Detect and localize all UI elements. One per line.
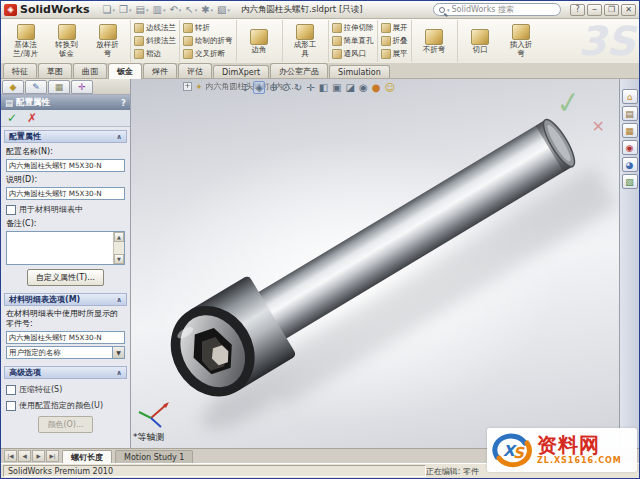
tab-nav-button[interactable]: ▶: [32, 450, 45, 462]
cancel-button[interactable]: ✗: [27, 111, 37, 125]
quick-access-button[interactable]: ↶ ▾: [169, 4, 181, 15]
command-tab[interactable]: Simulation: [329, 65, 390, 78]
collapse-chevron-icon[interactable]: ∧: [116, 296, 122, 304]
close-button[interactable]: ✕: [621, 4, 636, 16]
view-tool-button[interactable]: ⊕: [269, 82, 277, 93]
config-color-checkbox[interactable]: [6, 401, 16, 411]
ribbon-large-button[interactable]: 转换到 钣金: [47, 23, 86, 58]
custom-properties-button[interactable]: 自定义属性(T)...: [27, 269, 104, 286]
quick-access-button[interactable]: ▥ ▾: [152, 4, 165, 15]
command-tab[interactable]: 焊件: [143, 63, 177, 78]
part-number-source-dropdown[interactable]: 用户指定的名称 ▼: [6, 346, 125, 359]
ribbon-small-button[interactable]: 交叉折断: [183, 48, 233, 60]
view-tool-button[interactable]: ☺: [384, 82, 394, 93]
ok-button[interactable]: ✓: [7, 111, 17, 125]
ribbon-small-button[interactable]: 展平: [381, 48, 408, 60]
command-tab[interactable]: 曲面: [73, 63, 107, 78]
help-icon[interactable]: ?: [121, 98, 126, 108]
ribbon-large-button[interactable]: 基体法 兰/薄片: [6, 23, 45, 58]
command-tab[interactable]: 钣金: [108, 63, 142, 79]
view-tool-button[interactable]: ✛: [306, 82, 314, 93]
description-input[interactable]: 内六角圆柱头螺钉 M5X30-N: [6, 187, 125, 200]
config-name-input[interactable]: 内六角圆柱头螺钉 M5X30-N: [6, 159, 125, 172]
view-tool-button[interactable]: ◈: [253, 81, 265, 94]
view-tool-button[interactable]: ⊙: [281, 82, 289, 93]
manager-tab[interactable]: ✛: [71, 80, 93, 94]
quick-access-button[interactable]: ▤ ▾: [135, 4, 148, 15]
tab-nav-button[interactable]: ▶|: [46, 450, 59, 462]
ribbon-small-button[interactable]: 绘制的折弯: [183, 35, 233, 47]
quick-access-button[interactable]: ✱ ▾: [201, 4, 213, 15]
view-tool-button[interactable]: ◉: [359, 82, 368, 93]
command-tab[interactable]: 办公室产品: [270, 63, 328, 78]
ribbon-small-button[interactable]: 通风口: [332, 48, 374, 60]
ribbon-small-button[interactable]: 转折: [183, 22, 233, 34]
suppress-features-checkbox[interactable]: [6, 385, 16, 395]
command-tab[interactable]: 草图: [38, 63, 72, 78]
manager-tab[interactable]: ▦: [48, 80, 70, 94]
ribbon-small-button[interactable]: 折叠: [381, 35, 408, 47]
ribbon-large-button[interactable]: 成形工 具: [286, 23, 325, 58]
scroll-up-icon[interactable]: ▲: [114, 232, 124, 242]
bom-checkbox[interactable]: [6, 205, 16, 215]
ribbon-large-button[interactable]: 插入折 弯: [502, 23, 541, 58]
ribbon-large-button[interactable]: 不折弯: [415, 28, 454, 55]
view-tool-button[interactable]: ◪: [346, 82, 355, 93]
command-tab[interactable]: DimXpert: [213, 65, 269, 78]
minimize-button[interactable]: ‒: [587, 4, 602, 16]
help-button[interactable]: ?: [570, 4, 585, 16]
color-button[interactable]: 颜色(O)...: [38, 416, 92, 433]
manager-tab[interactable]: ◆: [2, 80, 24, 94]
comment-textarea[interactable]: ▲ ▼: [6, 231, 125, 265]
task-pane-tab[interactable]: ◉: [622, 140, 638, 155]
tree-expand-icon[interactable]: +: [183, 82, 192, 91]
ribbon-large-button[interactable]: 放样折 弯: [88, 23, 127, 58]
view-tool-button[interactable]: ↻: [294, 82, 302, 93]
quick-access-button[interactable]: ▧ ▾: [217, 4, 230, 15]
ribbon-small-button[interactable]: 褶边: [134, 48, 176, 60]
ribbon-small-button[interactable]: 简单直孔: [332, 35, 374, 47]
tab-nav-button[interactable]: ◀: [18, 450, 31, 462]
comment-scrollbar[interactable]: ▲ ▼: [113, 232, 124, 264]
configuration-properties-group: 配置属性 ∧ 配置名称(N): 内六角圆柱头螺钉 M5X30-N 说明(D): …: [4, 130, 127, 290]
manager-tab[interactable]: ✎: [25, 80, 47, 94]
task-pane-tab[interactable]: ▦: [622, 123, 638, 138]
solidworks-logo-icon: ◈: [4, 4, 17, 16]
command-tab[interactable]: 特征: [3, 63, 37, 78]
graphics-viewport[interactable]: + ✦ 内六角圆柱头螺钉 (内六... ↧ ◈ ⊕: [131, 79, 619, 448]
view-tool-button[interactable]: ▣: [332, 82, 341, 93]
command-tab[interactable]: 评估: [178, 63, 212, 78]
task-pane-tab[interactable]: ◕: [622, 157, 638, 172]
document-tab[interactable]: 螺钉长度: [62, 450, 112, 463]
maximize-button[interactable]: ❐: [604, 4, 619, 16]
view-tool-button[interactable]: ↧: [241, 82, 249, 93]
confirm-cancel-icon[interactable]: ✕: [592, 117, 605, 136]
scroll-down-icon[interactable]: ▼: [114, 254, 124, 264]
dropdown-caret-icon[interactable]: ▼: [112, 347, 124, 358]
document-tab[interactable]: Motion Study 1: [115, 450, 193, 463]
quick-access-button[interactable]: ❏ ▾: [102, 4, 114, 15]
ribbon-small-button[interactable]: 边线法兰: [134, 22, 176, 34]
ribbon-small-button[interactable]: 斜接法兰: [134, 35, 176, 47]
group-header[interactable]: 配置属性 ∧: [4, 130, 127, 143]
group-header[interactable]: 高级选项 ∧: [4, 366, 127, 379]
ribbon-large-button[interactable]: 切口: [461, 28, 500, 55]
quick-access-button[interactable]: ↖ ▾: [185, 4, 197, 15]
view-tool-button[interactable]: ◧: [319, 82, 328, 93]
confirm-ok-icon[interactable]: ✓: [554, 83, 584, 121]
ribbon-small-button[interactable]: 拉伸切除: [332, 22, 374, 34]
collapse-chevron-icon[interactable]: ∧: [116, 369, 122, 377]
task-pane-tab[interactable]: ⌂: [622, 89, 638, 104]
collapse-chevron-icon[interactable]: ∧: [116, 133, 122, 141]
task-pane-tab[interactable]: ▤: [622, 106, 638, 121]
ribbon-small-button[interactable]: 展开: [381, 22, 408, 34]
search-input[interactable]: ▾ SolidWorks 搜索: [433, 3, 561, 16]
ribbon-large-button[interactable]: 边角: [240, 28, 279, 55]
search-caret-icon[interactable]: ▾: [447, 7, 450, 13]
quick-access-button[interactable]: ❐ ▾: [119, 4, 131, 15]
part-number-input[interactable]: 内六角圆柱头螺钉 M5X30-N: [6, 331, 125, 344]
tab-nav-button[interactable]: |◀: [4, 450, 17, 462]
task-pane-tab[interactable]: ▧: [622, 174, 638, 189]
group-header[interactable]: 材料明细表选项(M) ∧: [4, 293, 127, 306]
view-tool-button[interactable]: ●: [372, 82, 381, 93]
